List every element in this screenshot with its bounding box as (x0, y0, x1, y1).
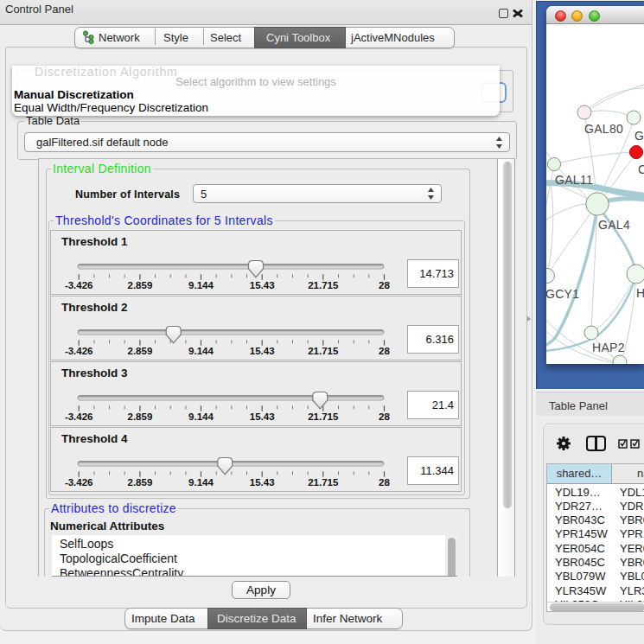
svg-text:15.43: 15.43 (250, 280, 275, 290)
svg-text:28: 28 (379, 477, 390, 488)
svg-text:9.144: 9.144 (188, 477, 214, 488)
svg-text:-3.426: -3.426 (65, 477, 93, 488)
svg-text:2.859: 2.859 (128, 477, 153, 488)
svg-text:-3.426: -3.426 (65, 280, 93, 290)
svg-text:HAP2: HAP2 (592, 341, 625, 354)
svg-text:-3.426: -3.426 (65, 411, 93, 422)
svg-text:GA: GA (634, 129, 644, 143)
svg-text:21.715: 21.715 (308, 411, 339, 422)
svg-text:2.859: 2.859 (128, 280, 153, 290)
svg-text:28: 28 (379, 280, 390, 290)
svg-text:28: 28 (379, 346, 390, 356)
svg-text:2.859: 2.859 (128, 411, 153, 422)
svg-text:GCY1: GCY1 (546, 287, 579, 301)
svg-text:9.144: 9.144 (188, 346, 214, 356)
svg-text:GAL11: GAL11 (555, 173, 593, 187)
svg-text:2.859: 2.859 (128, 346, 153, 356)
svg-text:15.43: 15.43 (250, 346, 275, 356)
svg-text:21.715: 21.715 (308, 280, 339, 290)
svg-text:21.715: 21.715 (308, 477, 339, 488)
svg-text:28: 28 (379, 411, 390, 422)
svg-text:9.144: 9.144 (188, 411, 214, 422)
svg-text:GAL4: GAL4 (598, 218, 630, 232)
svg-text:C: C (638, 163, 644, 176)
svg-text:15.43: 15.43 (250, 411, 275, 422)
svg-text:GAL80: GAL80 (584, 122, 623, 136)
svg-text:-3.426: -3.426 (65, 346, 93, 356)
svg-text:9.144: 9.144 (188, 280, 214, 290)
svg-text:H: H (636, 286, 644, 300)
svg-text:15.43: 15.43 (250, 477, 275, 488)
svg-text:21.715: 21.715 (308, 346, 339, 356)
